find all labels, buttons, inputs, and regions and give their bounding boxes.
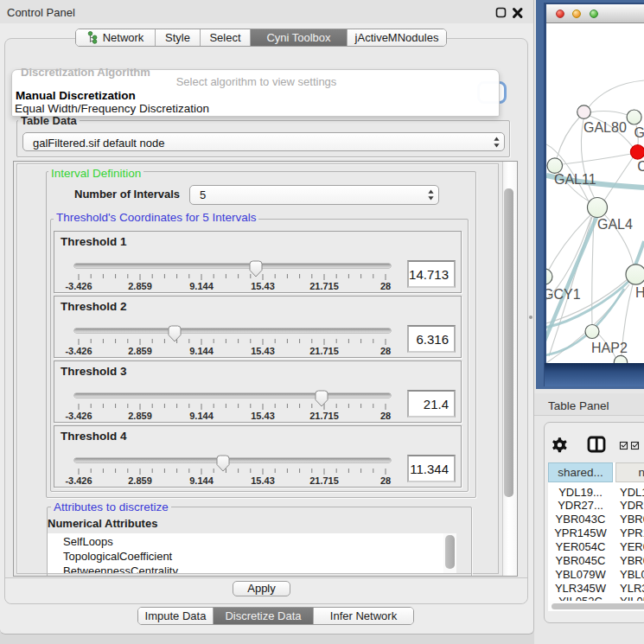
svg-text:H: H [635,285,644,300]
svg-text:GCY1: GCY1 [546,287,581,302]
svg-text:GAL4: GAL4 [597,217,633,232]
svg-text:GA: GA [634,125,644,140]
svg-text:HAP2: HAP2 [591,341,628,355]
svg-text:GAL11: GAL11 [554,172,596,187]
svg-text:GAL80: GAL80 [583,120,627,135]
svg-text:C: C [637,159,644,174]
